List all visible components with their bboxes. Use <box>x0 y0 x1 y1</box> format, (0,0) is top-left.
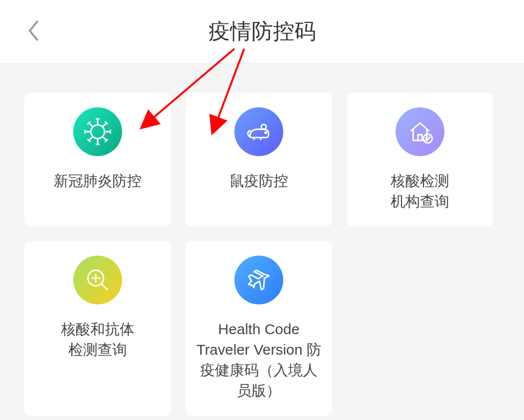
page-title: 疫情防控码 <box>0 17 524 46</box>
svg-line-11 <box>103 137 106 140</box>
svg-line-9 <box>89 123 93 127</box>
card-label: 鼠疫防控 <box>230 171 288 191</box>
svg-point-18 <box>265 132 267 134</box>
card-plague-prevention[interactable]: 鼠疫防控 <box>186 93 332 226</box>
card-grid: 新冠肺炎防控 鼠疫防控 核酸检测 机构查询 <box>0 63 524 420</box>
svg-line-15 <box>89 137 93 140</box>
svg-line-13 <box>103 123 106 127</box>
card-label: 新冠肺炎防控 <box>54 171 142 191</box>
card-label: 核酸检测 机构查询 <box>391 171 449 212</box>
card-traveler-health-code[interactable]: Health Code Traveler Version 防疫健康码（入境人员版… <box>186 241 332 416</box>
card-label: 核酸和抗体 检测查询 <box>61 319 134 360</box>
house-check-icon <box>396 107 444 156</box>
card-label: Health Code Traveler Version 防疫健康码（入境人员版… <box>195 319 322 401</box>
svg-point-0 <box>91 125 105 139</box>
plane-icon <box>234 256 283 304</box>
header: 疫情防控码 <box>0 0 524 63</box>
back-button[interactable] <box>27 19 41 44</box>
card-antibody-test-search[interactable]: 核酸和抗体 检测查询 <box>24 241 171 416</box>
mouse-icon <box>234 107 283 156</box>
card-testing-org-search[interactable]: 核酸检测 机构查询 <box>347 93 493 226</box>
chevron-left-icon <box>27 19 41 42</box>
virus-icon <box>73 107 122 156</box>
svg-line-25 <box>102 284 107 290</box>
svg-point-17 <box>261 124 266 129</box>
card-covid-prevention[interactable]: 新冠肺炎防控 <box>24 93 171 226</box>
plus-search-icon <box>73 256 122 304</box>
